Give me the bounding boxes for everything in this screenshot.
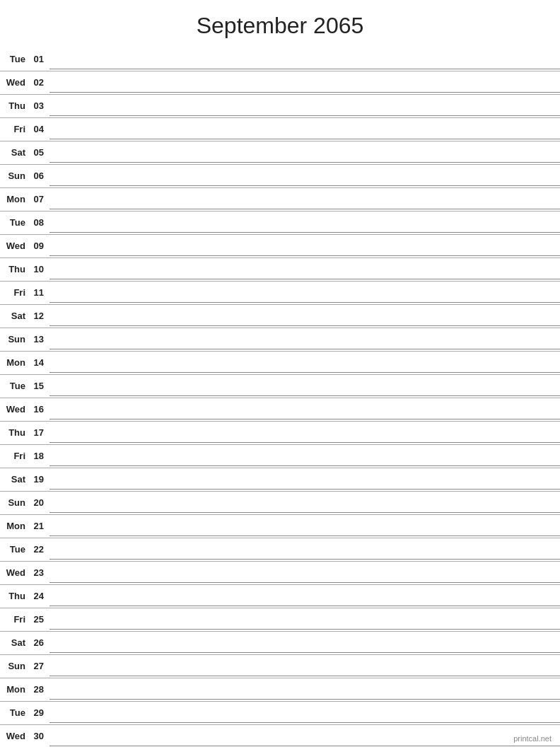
day-number: 05 xyxy=(30,141,49,164)
day-line xyxy=(49,257,560,281)
day-line xyxy=(49,491,560,514)
day-number: 07 xyxy=(30,187,49,211)
day-name: Wed xyxy=(0,724,30,747)
day-line xyxy=(49,374,560,398)
day-number: 29 xyxy=(30,701,49,724)
day-name: Wed xyxy=(0,398,30,421)
day-line xyxy=(49,444,560,468)
calendar-row: Sat26 xyxy=(0,631,560,654)
day-name: Mon xyxy=(0,678,30,701)
day-number: 13 xyxy=(30,328,49,351)
calendar-row: Tue22 xyxy=(0,538,560,561)
day-name: Sat xyxy=(0,141,30,164)
calendar-row: Fri25 xyxy=(0,608,560,631)
day-line xyxy=(49,654,560,678)
day-name: Mon xyxy=(0,351,30,374)
calendar-row: Fri04 xyxy=(0,117,560,141)
day-line xyxy=(49,141,560,164)
day-name: Tue xyxy=(0,701,30,724)
calendar-row: Thu10 xyxy=(0,257,560,281)
day-line xyxy=(49,304,560,328)
calendar-row: Thu17 xyxy=(0,421,560,444)
day-number: 02 xyxy=(30,71,49,94)
day-line xyxy=(49,281,560,304)
day-name: Tue xyxy=(0,538,30,561)
calendar-row: Sat19 xyxy=(0,468,560,491)
day-number: 28 xyxy=(30,678,49,701)
day-line xyxy=(49,71,560,94)
calendar-row: Mon14 xyxy=(0,351,560,374)
day-name: Thu xyxy=(0,421,30,444)
day-line xyxy=(49,678,560,701)
calendar-row: Sun13 xyxy=(0,328,560,351)
day-line xyxy=(49,608,560,631)
day-number: 25 xyxy=(30,608,49,631)
day-number: 24 xyxy=(30,584,49,608)
calendar-table: Tue01Wed02Thu03Fri04Sat05Sun06Mon07Tue08… xyxy=(0,47,560,747)
day-number: 15 xyxy=(30,374,49,398)
day-line xyxy=(49,328,560,351)
day-name: Mon xyxy=(0,514,30,538)
day-line xyxy=(49,164,560,187)
day-name: Thu xyxy=(0,584,30,608)
watermark: printcal.net xyxy=(513,734,552,743)
day-name: Fri xyxy=(0,281,30,304)
calendar-row: Sun20 xyxy=(0,491,560,514)
day-number: 26 xyxy=(30,631,49,654)
day-name: Sun xyxy=(0,654,30,678)
day-line xyxy=(49,47,560,71)
day-number: 20 xyxy=(30,491,49,514)
day-number: 18 xyxy=(30,444,49,468)
day-number: 30 xyxy=(30,724,49,747)
day-line xyxy=(49,724,560,747)
page-title: September 2065 xyxy=(0,0,560,47)
day-line xyxy=(49,187,560,211)
day-number: 10 xyxy=(30,257,49,281)
day-name: Thu xyxy=(0,257,30,281)
day-line xyxy=(49,398,560,421)
calendar-row: Sat12 xyxy=(0,304,560,328)
day-number: 01 xyxy=(30,47,49,71)
day-line xyxy=(49,468,560,491)
calendar-row: Wed30 xyxy=(0,724,560,747)
calendar-row: Wed02 xyxy=(0,71,560,94)
calendar-row: Wed23 xyxy=(0,561,560,584)
day-number: 12 xyxy=(30,304,49,328)
calendar-row: Mon07 xyxy=(0,187,560,211)
calendar-row: Sat05 xyxy=(0,141,560,164)
day-line xyxy=(49,514,560,538)
calendar-row: Sun06 xyxy=(0,164,560,187)
day-number: 19 xyxy=(30,468,49,491)
day-number: 03 xyxy=(30,94,49,117)
calendar-row: Wed16 xyxy=(0,398,560,421)
calendar-row: Mon28 xyxy=(0,678,560,701)
day-name: Sat xyxy=(0,468,30,491)
calendar-row: Wed09 xyxy=(0,234,560,257)
day-line xyxy=(49,94,560,117)
day-name: Tue xyxy=(0,47,30,71)
day-number: 04 xyxy=(30,117,49,141)
day-number: 23 xyxy=(30,561,49,584)
day-name: Fri xyxy=(0,608,30,631)
day-name: Fri xyxy=(0,117,30,141)
calendar-row: Thu03 xyxy=(0,94,560,117)
day-line xyxy=(49,117,560,141)
day-line xyxy=(49,351,560,374)
calendar-row: Tue29 xyxy=(0,701,560,724)
day-line xyxy=(49,538,560,561)
calendar-row: Fri18 xyxy=(0,444,560,468)
day-name: Tue xyxy=(0,374,30,398)
day-line xyxy=(49,211,560,234)
day-number: 14 xyxy=(30,351,49,374)
day-line xyxy=(49,584,560,608)
day-name: Sat xyxy=(0,304,30,328)
day-line xyxy=(49,701,560,724)
day-name: Tue xyxy=(0,211,30,234)
day-line xyxy=(49,631,560,654)
day-name: Wed xyxy=(0,561,30,584)
day-number: 22 xyxy=(30,538,49,561)
day-line xyxy=(49,421,560,444)
calendar-row: Thu24 xyxy=(0,584,560,608)
day-name: Sun xyxy=(0,328,30,351)
day-name: Mon xyxy=(0,187,30,211)
